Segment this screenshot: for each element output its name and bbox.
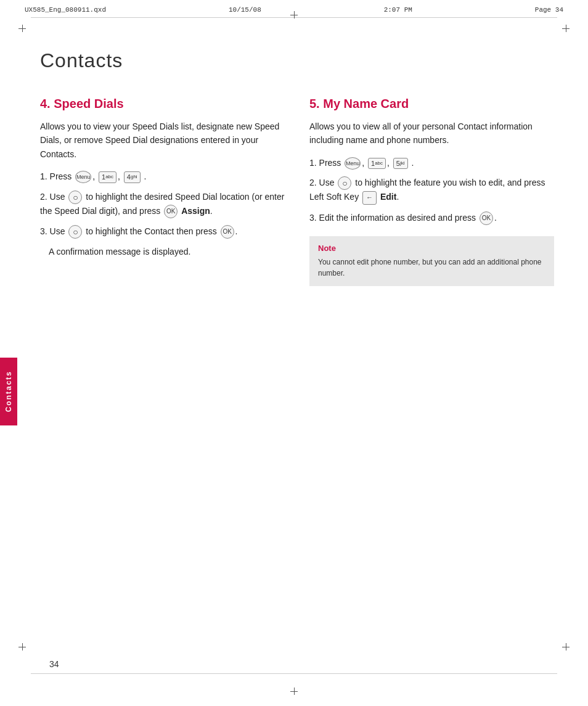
side-tab-label: Contacts <box>4 371 13 412</box>
header-time: 2:07 PM <box>384 6 412 14</box>
section5-step1-text: 1. Press Menu, 1abc, 5jkl . <box>309 156 554 170</box>
header-bar: UX585_Eng_080911.qxd 10/15/08 2:07 PM Pa… <box>25 6 563 14</box>
section5-step3: 3. Edit the information as desired and p… <box>309 211 554 225</box>
section-my-name-card: 5. My Name Card Allows you to view all o… <box>309 97 554 286</box>
note-box: Note You cannot edit phone number, but y… <box>309 236 554 286</box>
section4-description: Allows you to view your Speed Dials list… <box>40 120 285 161</box>
page-number: 34 <box>49 659 59 669</box>
section5-step1: 1. Press Menu, 1abc, 5jkl . <box>309 156 554 170</box>
section5-title: 5. My Name Card <box>309 97 554 111</box>
section4-step3-text: 3. Use ○ to highlight the Contact then p… <box>40 224 285 239</box>
reg-mark-bottom-center <box>290 688 298 695</box>
key1-icon-s5: 1abc <box>368 158 386 169</box>
menu-key-icon: Menu <box>75 171 91 183</box>
header-file: UX585_Eng_080911.qxd <box>25 6 106 14</box>
main-content: Contacts 4. Speed Dials Allows you to vi… <box>40 31 554 657</box>
nav-key-icon-s4s3: ○ <box>68 225 82 239</box>
section4-step2-text: 2. Use ○ to highlight the desired Speed … <box>40 190 285 219</box>
section5-description: Allows you to view all of your personal … <box>309 120 554 147</box>
note-title: Note <box>318 244 545 253</box>
nav-key-icon-s5s2: ○ <box>338 176 351 190</box>
side-tab: Contacts <box>0 358 17 425</box>
key1-icon: 1abc <box>99 171 116 183</box>
reg-mark-tl <box>18 25 26 32</box>
section4-step3: 3. Use ○ to highlight the Contact then p… <box>40 224 285 239</box>
section5-step3-text: 3. Edit the information as desired and p… <box>309 211 554 225</box>
key4-icon: 4ghi <box>124 171 141 183</box>
section4-step2: 2. Use ○ to highlight the desired Speed … <box>40 190 285 219</box>
section4-step3-note: A confirmation message is displayed. <box>40 245 285 258</box>
two-column-layout: 4. Speed Dials Allows you to view your S… <box>40 97 554 286</box>
left-soft-key-icon-s5: ← <box>362 191 377 205</box>
page-title: Contacts <box>40 49 554 72</box>
section4-step1: 1. Press Menu, 1abc, 4ghi . <box>40 170 285 183</box>
ok-key-icon-s5s3: OK <box>480 211 493 225</box>
header-date: 10/15/08 <box>229 6 261 14</box>
section4-step1-text: 1. Press Menu, 1abc, 4ghi . <box>40 170 285 183</box>
section4-title: 4. Speed Dials <box>40 97 285 111</box>
nav-key-icon-s4s2: ○ <box>68 191 82 204</box>
section5-step2: 2. Use ○ to highlight the feature you wi… <box>309 176 554 204</box>
reg-mark-br <box>562 643 570 651</box>
reg-mark-tr <box>562 25 570 32</box>
menu-key-icon-s5: Menu <box>345 157 361 170</box>
ok-key-icon-s4s3: OK <box>221 225 234 239</box>
section4-confirmation-text: A confirmation message is displayed. <box>49 245 285 258</box>
reg-mark-bl <box>18 643 26 651</box>
note-text: You cannot edit phone number, but you ca… <box>318 257 545 279</box>
ok-key-icon-s4s2: OK <box>164 205 178 218</box>
section5-step2-text: 2. Use ○ to highlight the feature you wi… <box>309 176 554 204</box>
section-speed-dials: 4. Speed Dials Allows you to view your S… <box>40 97 285 286</box>
header-page: Page 34 <box>535 6 563 14</box>
key5-icon-s5: 5jkl <box>393 158 408 169</box>
bottom-rule <box>31 673 557 674</box>
